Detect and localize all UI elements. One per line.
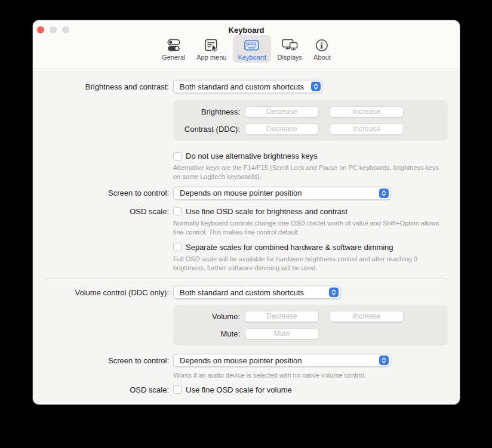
volume-row-label: Volume: (173, 312, 240, 321)
separate-scales-checkbox[interactable] (173, 243, 182, 251)
keyboard-icon (244, 38, 259, 52)
volume-control-label: Volume control (DDC only): (33, 288, 169, 297)
toggles-icon (167, 38, 181, 52)
separate-scales-row: Separate scales for combined hardware & … (173, 243, 460, 252)
contrast-row-label: Contrast (DDC): (173, 125, 240, 134)
brightness-contrast-row: Brightness and contrast: Both standard a… (33, 80, 460, 93)
mute-row: Mute: Mute (173, 328, 448, 339)
stepper-icon (379, 356, 389, 365)
tab-app-menu[interactable]: App menu (192, 35, 231, 63)
osd-scale-row-1: OSD scale: Use fine OSD scale for bright… (33, 207, 460, 216)
stepper-icon (379, 189, 389, 198)
alt-keys-checkbox-label: Do not use alternative brightness keys (186, 152, 317, 160)
tab-general-label: General (162, 54, 185, 61)
screen-control-row-2: Screen to control: Depends on mouse poin… (33, 354, 460, 367)
tab-keyboard[interactable]: Keyboard (233, 35, 270, 63)
screen-control-dropdown-1[interactable]: Depends on mouse pointer position (173, 187, 391, 200)
brightness-decrease-button[interactable]: Decrease (245, 106, 319, 118)
brightness-row-label: Brightness: (173, 107, 240, 116)
fine-osd-checkbox[interactable] (173, 207, 182, 215)
brightness-contrast-label: Brightness and contrast: (33, 82, 169, 91)
volume-shortcuts-value: Both standard and custom shortcuts (180, 288, 304, 297)
audio-device-help: Works if an audio device is selected wit… (173, 371, 443, 380)
osd-scale-label-2: OSD scale: (33, 385, 169, 394)
tab-general[interactable]: General (157, 35, 190, 63)
tab-keyboard-label: Keyboard (238, 54, 266, 61)
tab-about[interactable]: About (309, 35, 336, 63)
titlebar-toolbar: Keyboard General (33, 20, 460, 69)
keyboard-pane: Brightness and contrast: Both standard a… (33, 70, 460, 404)
brightness-increase-button[interactable]: Increase (330, 106, 404, 118)
screen-control-value-1: Depends on mouse pointer position (180, 189, 302, 197)
menu-cursor-icon (204, 38, 219, 52)
brightness-buttons-group: Brightness: Decrease Increase Contrast (… (173, 100, 448, 141)
fine-osd-volume-checkbox[interactable] (173, 385, 182, 394)
alt-keys-checkbox[interactable] (173, 152, 182, 160)
separate-scales-checkbox-label: Separate scales for combined hardware & … (186, 243, 393, 252)
separate-scales-help: Full OSD scale will be available for har… (173, 255, 443, 273)
alt-keys-row: Do not use alternative brightness keys (173, 152, 460, 160)
tab-app-menu-label: App menu (196, 54, 226, 61)
osd-scale-row-2: OSD scale: Use fine OSD scale for volume (33, 385, 460, 394)
screen-control-label-1: Screen to control: (33, 189, 169, 197)
tab-displays[interactable]: Displays (273, 35, 308, 63)
contrast-row: Contrast (DDC): Decrease Increase (173, 123, 448, 135)
brightness-shortcuts-value: Both standard and custom shortcuts (180, 82, 304, 91)
fine-osd-volume-checkbox-label: Use fine OSD scale for volume (186, 385, 292, 394)
contrast-decrease-button[interactable]: Decrease (245, 123, 319, 135)
screen-control-label-2: Screen to control: (33, 356, 169, 365)
displays-icon (282, 38, 298, 52)
brightness-row: Brightness: Decrease Increase (173, 106, 448, 118)
info-icon (315, 38, 328, 52)
preferences-window: Keyboard General (33, 20, 460, 404)
osd-scale-label-1: OSD scale: (33, 207, 169, 216)
screen-control-value-2: Depends on mouse pointer position (180, 356, 302, 365)
volume-increase-button[interactable]: Increase (330, 311, 404, 322)
mute-button[interactable]: Mute (245, 328, 319, 339)
volume-buttons-group: Volume: Decrease Increase Mute: Mute (173, 305, 448, 345)
window-title: Keyboard (33, 26, 460, 35)
fine-osd-help: Normally keyboard controls change one OS… (173, 219, 443, 237)
volume-row: Volume: Decrease Increase (173, 311, 448, 322)
alt-keys-help: Alternative keys are the F14/F15 (Scroll… (173, 163, 443, 182)
brightness-shortcuts-dropdown[interactable]: Both standard and custom shortcuts (173, 80, 323, 93)
toolbar-tabs: General App menu (33, 35, 460, 63)
volume-decrease-button[interactable]: Decrease (245, 311, 319, 322)
tab-displays-label: Displays (278, 54, 303, 61)
volume-shortcuts-dropdown[interactable]: Both standard and custom shortcuts (173, 286, 341, 299)
stepper-icon (329, 288, 339, 297)
tab-about-label: About (313, 54, 331, 61)
contrast-increase-button[interactable]: Increase (330, 123, 404, 135)
stepper-icon (311, 82, 321, 91)
section-divider (45, 279, 448, 279)
screen-control-dropdown-2[interactable]: Depends on mouse pointer position (173, 354, 391, 367)
volume-control-row: Volume control (DDC only): Both standard… (33, 286, 460, 299)
mute-row-label: Mute: (173, 329, 240, 338)
fine-osd-checkbox-label: Use fine OSD scale for brightness and co… (186, 207, 348, 216)
screen-control-row-1: Screen to control: Depends on mouse poin… (33, 187, 460, 200)
